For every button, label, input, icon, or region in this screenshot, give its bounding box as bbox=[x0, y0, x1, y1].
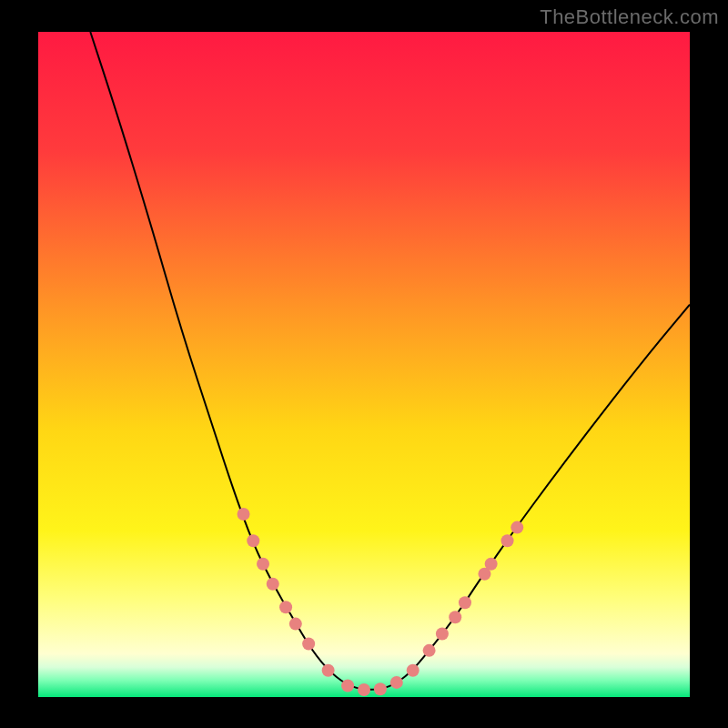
data-marker bbox=[247, 534, 259, 547]
plot-area bbox=[38, 32, 690, 697]
data-marker bbox=[449, 611, 461, 623]
chart-overlay bbox=[38, 32, 690, 697]
data-marker bbox=[267, 578, 279, 591]
marker-group bbox=[238, 508, 524, 696]
chart-container: TheBottleneck.com bbox=[0, 0, 728, 728]
data-marker bbox=[374, 682, 387, 695]
data-marker bbox=[501, 534, 514, 547]
data-marker bbox=[289, 618, 302, 631]
watermark-text: TheBottleneck.com bbox=[540, 5, 719, 29]
data-marker bbox=[341, 680, 354, 693]
data-marker bbox=[423, 644, 436, 657]
data-marker bbox=[390, 676, 403, 689]
data-marker bbox=[302, 638, 315, 651]
data-marker bbox=[238, 508, 250, 521]
data-marker bbox=[511, 521, 523, 534]
data-marker bbox=[358, 683, 370, 696]
bottleneck-curve bbox=[90, 32, 690, 690]
data-marker bbox=[279, 601, 292, 613]
data-marker bbox=[407, 664, 420, 677]
data-marker bbox=[257, 558, 269, 571]
data-marker bbox=[322, 664, 335, 677]
data-marker bbox=[485, 558, 498, 571]
data-marker bbox=[459, 596, 471, 609]
data-marker bbox=[436, 628, 449, 641]
